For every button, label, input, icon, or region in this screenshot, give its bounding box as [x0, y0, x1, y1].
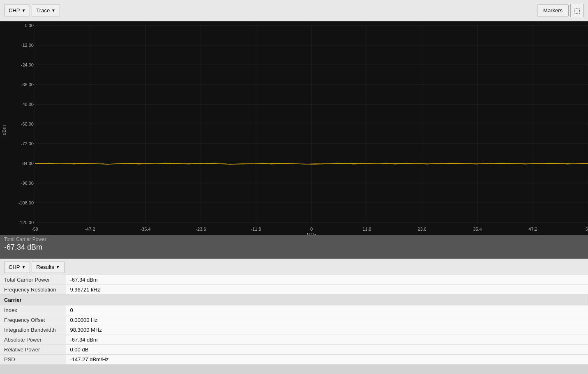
row-value: -147.27 dBm/Hz	[66, 355, 588, 365]
results-table: Total Carrier Power-67.34 dBmFrequency R…	[0, 275, 588, 365]
chp-button[interactable]: CHP ▼	[4, 5, 30, 16]
row-value: 0	[66, 305, 588, 315]
svg-text:23.6: 23.6	[417, 227, 426, 232]
markers-label: Markers	[543, 7, 563, 14]
svg-text:-108.00: -108.00	[18, 200, 34, 205]
svg-text:-60.00: -60.00	[21, 122, 34, 126]
svg-text:-120.00: -120.00	[18, 220, 34, 225]
section-header-cell: Carrier	[0, 295, 588, 305]
table-row: Total Carrier Power-67.34 dBm	[0, 275, 588, 285]
svg-text:35.4: 35.4	[473, 227, 482, 232]
svg-text:-48.00: -48.00	[21, 102, 34, 107]
svg-text:-11.8: -11.8	[251, 227, 261, 232]
trace-button[interactable]: Trace ▼	[32, 5, 60, 16]
svg-text:-23.6: -23.6	[196, 227, 206, 232]
svg-text:-72.00: -72.00	[21, 141, 34, 146]
row-label: Absolute Power	[0, 335, 66, 345]
svg-text:-36.00: -36.00	[21, 82, 34, 87]
bottom-toolbar: CHP ▼ Results ▼	[0, 259, 588, 275]
bottom-chp-dropdown-icon: ▼	[21, 265, 25, 269]
row-label: Frequency Resolution	[0, 285, 66, 295]
row-label: Index	[0, 305, 66, 315]
row-value: 0.00000 Hz	[66, 315, 588, 325]
svg-text:-24.00: -24.00	[21, 62, 34, 67]
svg-text:0.00: 0.00	[25, 23, 34, 28]
bottom-chp-button[interactable]: CHP ▼	[4, 261, 30, 273]
status-bar: Total Carrier Power -67.34 dBm	[0, 235, 588, 259]
svg-text:-47.2: -47.2	[85, 227, 95, 232]
row-value: -67.34 dBm	[66, 275, 588, 285]
bottom-chp-label: CHP	[9, 264, 20, 270]
layout-icon: ⬚	[574, 7, 580, 14]
row-value: -67.34 dBm	[66, 335, 588, 345]
table-row: Absolute Power-67.34 dBm	[0, 335, 588, 345]
table-row: Relative Power0.00 dB	[0, 345, 588, 355]
trace-label: Trace	[36, 7, 50, 14]
status-value: -67.34 dBm	[4, 243, 584, 252]
layout-icon-button[interactable]: ⬚	[570, 4, 584, 17]
row-label: Integration Bandwidth	[0, 325, 66, 335]
spectrum-chart: dBm 0.00 -12.00 -24.00 -36.00 -48.00 -60…	[0, 21, 588, 235]
row-label: Frequency Offset	[0, 315, 66, 325]
svg-text:-12.00: -12.00	[21, 43, 34, 48]
top-toolbar: CHP ▼ Trace ▼ Markers ⬚	[0, 0, 588, 21]
table-row: PSD-147.27 dBm/Hz	[0, 355, 588, 365]
status-label: Total Carrier Power	[4, 236, 584, 242]
svg-text:47.2: 47.2	[528, 227, 537, 232]
chp-dropdown-icon: ▼	[21, 8, 25, 13]
svg-text:0: 0	[310, 227, 313, 232]
chp-label: CHP	[9, 7, 20, 14]
table-row: Index0	[0, 305, 588, 315]
results-button[interactable]: Results ▼	[32, 261, 64, 273]
row-value: 0.00 dB	[66, 345, 588, 355]
trace-dropdown-icon: ▼	[51, 8, 55, 13]
table-row: Frequency Offset0.00000 Hz	[0, 315, 588, 325]
row-value: 9.96721 kHz	[66, 285, 588, 295]
results-section: Total Carrier Power-67.34 dBmFrequency R…	[0, 275, 588, 374]
row-value: 98.3000 MHz	[66, 325, 588, 335]
table-row: Carrier	[0, 295, 588, 305]
svg-text:59: 59	[586, 227, 588, 232]
results-label: Results	[36, 264, 54, 270]
table-row: Frequency Resolution9.96721 kHz	[0, 285, 588, 295]
row-label: PSD	[0, 355, 66, 365]
row-label: Total Carrier Power	[0, 275, 66, 285]
svg-text:11.8: 11.8	[362, 227, 371, 232]
results-dropdown-icon: ▼	[56, 265, 60, 269]
row-label: Relative Power	[0, 345, 66, 355]
table-row: Integration Bandwidth98.3000 MHz	[0, 325, 588, 335]
svg-text:-59: -59	[32, 227, 38, 232]
chart-area: dBm 0.00 -12.00 -24.00 -36.00 -48.00 -60…	[0, 21, 588, 235]
svg-text:-96.00: -96.00	[21, 181, 34, 186]
svg-text:-35.4: -35.4	[140, 227, 150, 232]
svg-text:-84.00: -84.00	[21, 161, 34, 166]
y-axis-label: dBm	[1, 125, 7, 135]
markers-button[interactable]: Markers	[537, 5, 569, 16]
svg-text:MHz: MHz	[307, 232, 316, 235]
